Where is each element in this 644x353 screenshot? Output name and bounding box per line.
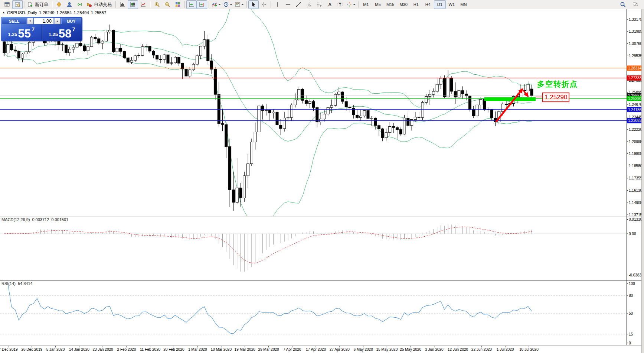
- rsi-value: 54.8414: [18, 281, 33, 286]
- channel-button[interactable]: E: [304, 0, 314, 9]
- button-label: M15: [385, 2, 396, 7]
- indicators-button[interactable]: [210, 0, 222, 9]
- search-button[interactable]: [618, 0, 628, 9]
- sell-button[interactable]: SELL: [2, 18, 26, 24]
- periods-clock-icon: [223, 1, 229, 7]
- svg-text:7 Dec 2019: 7 Dec 2019: [0, 347, 18, 352]
- toolbar-separator: [358, 1, 359, 8]
- toolbar-separator: [246, 1, 247, 8]
- chart-symbol-label: GBPUSD-,Daily: [7, 10, 37, 15]
- text-label-button[interactable]: T: [335, 0, 345, 9]
- svg-text:1.18580: 1.18580: [629, 164, 641, 168]
- macd-value-signal: 0.001501: [51, 217, 68, 222]
- bar-type-button[interactable]: [117, 0, 128, 9]
- buy-button[interactable]: BUY: [61, 18, 81, 24]
- chart-window: 1.331751.319851.307601.295351.270851.258…: [0, 9, 644, 353]
- arrows-button[interactable]: [345, 0, 357, 9]
- trendline-button[interactable]: [293, 0, 304, 9]
- line-type-button[interactable]: [138, 0, 148, 9]
- toolbar-separator: [150, 1, 150, 8]
- price-badge-1.24186: 1.24186: [627, 107, 642, 112]
- chart-canvas[interactable]: 1.331751.319851.307601.295351.270851.258…: [0, 9, 641, 353]
- brush-button[interactable]: [54, 0, 64, 9]
- price-badge-1.23083: 1.23083: [627, 118, 642, 123]
- chart-profile-button[interactable]: [12, 0, 23, 9]
- volume-decrease-button[interactable]: ▼: [27, 18, 33, 24]
- svg-text:1.13715: 1.13715: [629, 213, 641, 217]
- chat-button[interactable]: [630, 0, 641, 9]
- timeframe-M30-button[interactable]: M30: [397, 0, 410, 9]
- svg-text:27 Apr 2020: 27 Apr 2020: [330, 347, 350, 352]
- hline-icon: [285, 1, 291, 7]
- svg-text:A: A: [328, 2, 332, 7]
- svg-text:E: E: [310, 5, 311, 7]
- chart-title: ▲ GBPUSD-,Daily 1.26249 1.26654 1.25494 …: [2, 10, 106, 15]
- svg-text:12 Jun 2020: 12 Jun 2020: [448, 347, 468, 352]
- account-icon: [66, 1, 72, 7]
- price-badge-1.28314: 1.28314: [627, 65, 642, 71]
- cursor-button[interactable]: [248, 0, 259, 9]
- toolbar-separator: [52, 1, 52, 8]
- svg-text:1.29535: 1.29535: [629, 54, 641, 58]
- price-badge-1.25290: 1.25290: [627, 96, 642, 101]
- svg-text:17 Apr 2020: 17 Apr 2020: [306, 347, 326, 352]
- rsi-label: RSI(14) 54.8414: [1, 281, 33, 286]
- buy-price-big: 58: [59, 29, 71, 38]
- timeframe-M1-button[interactable]: M1: [360, 0, 372, 9]
- signal-button[interactable]: [75, 0, 85, 9]
- svg-text:15: 15: [629, 332, 633, 336]
- timeframe-H4-button[interactable]: H4: [422, 0, 434, 9]
- sell-price-button[interactable]: 1.25 55 7: [1, 25, 42, 40]
- button-label: M5: [373, 2, 382, 7]
- macd-value-main: 0.003712: [32, 217, 49, 222]
- candle-type-button[interactable]: [128, 0, 138, 9]
- timeframe-M15-button[interactable]: M15: [384, 0, 397, 9]
- new-order-button[interactable]: 新订单: [26, 0, 50, 9]
- timeframe-M5-button[interactable]: M5: [372, 0, 384, 9]
- one-click-trading-panel: SELL ▼ 1.00 ▲ BUY 1.25 55 7 1.25 58 7: [1, 17, 82, 41]
- timeframe-MN-button[interactable]: MN: [458, 0, 470, 9]
- auto-scroll-button[interactable]: [186, 0, 197, 9]
- hline-button[interactable]: [283, 0, 293, 9]
- svg-text:6 May 2020: 6 May 2020: [353, 347, 373, 352]
- charts-list-button[interactable]: [2, 0, 12, 9]
- svg-text:10 Mar 2020: 10 Mar 2020: [211, 347, 232, 352]
- price-level-annotation-box[interactable]: 1.25290: [542, 93, 569, 102]
- timeframe-W1-button[interactable]: W1: [446, 0, 458, 9]
- crosshair-button[interactable]: [259, 0, 269, 9]
- ohlc-low: 1.25494: [73, 10, 89, 15]
- timeframe-D1-button[interactable]: D1: [434, 0, 446, 9]
- turning-point-annotation[interactable]: 多空转折点: [537, 79, 578, 89]
- button-label: H1: [412, 2, 420, 7]
- timeframe-H1-button[interactable]: H1: [410, 0, 422, 9]
- sell-price-base: 1.25: [8, 32, 17, 37]
- account-button[interactable]: [64, 0, 75, 9]
- svg-text:1.19805: 1.19805: [629, 152, 641, 156]
- highlight-zone-rectangle[interactable]: [484, 97, 536, 101]
- vline-button[interactable]: [272, 0, 283, 9]
- periods-clock-button[interactable]: [222, 0, 233, 9]
- buy-price-button[interactable]: 1.25 58 7: [42, 25, 82, 40]
- autotrade-button[interactable]: 自动交易: [85, 0, 114, 9]
- svg-text:F: F: [320, 5, 321, 7]
- svg-text:5 Jan 2020: 5 Jan 2020: [46, 347, 65, 352]
- chat-icon: [632, 1, 638, 7]
- volume-input[interactable]: 1.00: [34, 18, 54, 24]
- tile-windows-button[interactable]: [173, 0, 183, 9]
- templates-button[interactable]: [233, 0, 245, 9]
- crosshair-icon: [261, 1, 267, 7]
- fibonacci-button[interactable]: F: [314, 0, 324, 9]
- collapse-panel-icon[interactable]: ▲: [2, 11, 5, 14]
- chevron-down-icon: [218, 2, 221, 7]
- svg-text:1.16130: 1.16130: [629, 188, 641, 192]
- toolbar-separator: [115, 1, 116, 8]
- chart-shift-button[interactable]: [197, 0, 207, 9]
- price-badge-1.27333: 1.27333: [627, 75, 642, 81]
- text-button[interactable]: A: [324, 0, 335, 9]
- svg-text:0: 0: [629, 341, 631, 345]
- svg-text:-0.038343: -0.038343: [629, 273, 641, 277]
- button-label: M30: [398, 2, 409, 7]
- zoom-out-button[interactable]: [162, 0, 173, 9]
- zoom-in-button[interactable]: [152, 0, 162, 9]
- volume-increase-button[interactable]: ▲: [54, 18, 61, 24]
